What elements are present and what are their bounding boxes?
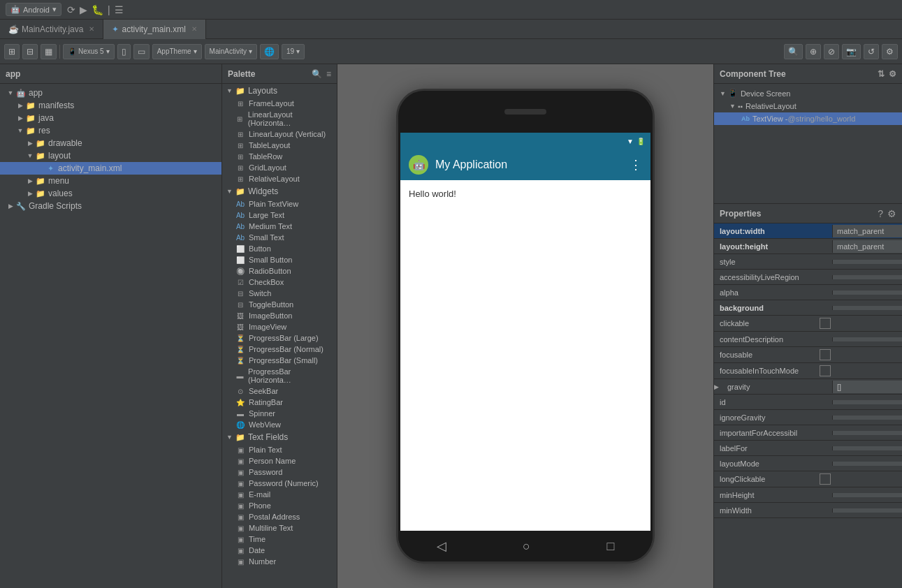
palette-item-imagebutton[interactable]: 🖼 ImageButton — [222, 310, 337, 321]
palette-item-ratingbar[interactable]: ⭐ RatingBar — [222, 397, 337, 408]
prop-row-layoutmode[interactable]: layoutMode — [714, 456, 902, 471]
tree-item-menu[interactable]: ▶ 📁 menu — [0, 175, 221, 187]
nexus-dropdown[interactable]: 📱 Nexus 5 ▾ — [63, 44, 115, 59]
settings-icon[interactable]: ⚙ — [882, 44, 898, 59]
ct-sort-icon[interactable]: ⇅ — [878, 69, 885, 79]
tree-item-layout[interactable]: ▼ 📁 layout — [0, 149, 221, 162]
prop-value-gravity[interactable]: [] — [832, 381, 902, 393]
palette-item-switch[interactable]: ⊟ Switch — [222, 288, 337, 299]
tab-activity-xml-close[interactable]: ✕ — [191, 25, 197, 33]
prop-row-importantaccessibility[interactable]: importantForAccessibil — [714, 425, 902, 441]
prop-checkbox-clickable[interactable] — [820, 318, 831, 329]
fit-icon-btn[interactable]: ⊟ — [22, 44, 38, 59]
palette-item-medium-text[interactable]: Ab Medium Text — [222, 221, 337, 232]
locale-icon[interactable]: 🌐 — [260, 44, 279, 59]
palette-item-linearlayout-h[interactable]: ⊞ LinearLayout (Horizonta… — [222, 109, 337, 128]
palette-item-time[interactable]: ▣ Time — [222, 534, 337, 545]
palette-item-email[interactable]: ▣ E-mail — [222, 489, 337, 500]
tree-item-res[interactable]: ▼ 📁 res — [0, 124, 221, 137]
palette-item-checkbox[interactable]: ☑ CheckBox — [222, 277, 337, 288]
prop-row-contentdesc[interactable]: contentDescription — [714, 332, 902, 347]
prop-row-focusable-touch[interactable]: focusableInTouchMode — [714, 363, 902, 379]
palette-item-togglebutton[interactable]: ⊟ ToggleButton — [222, 299, 337, 310]
prop-row-longclickable[interactable]: longClickable — [714, 471, 902, 487]
theme-dropdown[interactable]: AppTheme ▾ — [152, 44, 202, 59]
tree-item-activity-xml[interactable]: ✦ activity_main.xml — [0, 162, 221, 175]
prop-row-minwidth[interactable]: minWidth — [714, 503, 902, 518]
prop-row-alpha[interactable]: alpha — [714, 285, 902, 300]
tab-activity-xml[interactable]: ✦ activity_main.xml ✕ — [103, 20, 205, 39]
prop-value-id[interactable] — [832, 400, 902, 404]
tree-item-values[interactable]: ▶ 📁 values — [0, 187, 221, 200]
palette-item-tablelayout[interactable]: ⊞ TableLayout — [222, 140, 337, 151]
prop-value-background[interactable] — [832, 306, 902, 310]
prop-value-layout-height[interactable]: match_parent — [832, 240, 902, 253]
prop-value-minwidth[interactable] — [832, 508, 902, 513]
prop-row-focusable[interactable]: focusable — [714, 347, 902, 363]
tree-item-manifests[interactable]: ▶ 📁 manifests — [0, 99, 221, 112]
ct-item-device-screen[interactable]: ▼ 📱 Device Screen — [714, 87, 902, 100]
palette-section-layouts-header[interactable]: ▼ 📁 Layouts — [222, 84, 337, 98]
palette-section-textfields-header[interactable]: ▼ 📁 Text Fields — [222, 430, 337, 444]
zoom-actual-icon[interactable]: ⊕ — [806, 44, 821, 59]
palette-item-date[interactable]: ▣ Date — [222, 545, 337, 556]
prop-value-labelfor[interactable] — [832, 446, 902, 450]
palette-item-linearlayout-v[interactable]: ⊞ LinearLayout (Vertical) — [222, 128, 337, 140]
palette-item-progressbar-h[interactable]: ▬ ProgressBar (Horizonta… — [222, 366, 337, 385]
recents-btn[interactable]: □ — [606, 539, 614, 554]
props-settings-icon[interactable]: ⚙ — [887, 208, 896, 219]
prop-row-clickable[interactable]: clickable — [714, 316, 902, 332]
portrait-icon[interactable]: ▯ — [117, 44, 131, 59]
palette-item-spinner[interactable]: ▬ Spinner — [222, 408, 337, 419]
prop-value-minheight[interactable] — [832, 493, 902, 497]
palette-item-number[interactable]: ▣ Number — [222, 556, 337, 567]
zoom-out-icon[interactable]: 🔍 — [784, 44, 803, 59]
prop-value-alpha[interactable] — [832, 291, 902, 295]
android-dropdown[interactable]: 🤖 Android ▾ — [6, 3, 61, 16]
palette-item-gridlayout[interactable]: ⊞ GridLayout — [222, 162, 337, 173]
palette-item-small-text[interactable]: Ab Small Text — [222, 232, 337, 243]
tab-mainactivity[interactable]: ☕ MainActivity.java ✕ — [0, 20, 103, 39]
prop-row-background[interactable]: background — [714, 300, 902, 316]
prop-value-contentdesc[interactable] — [832, 337, 902, 341]
layout-icon-btn[interactable]: ▦ — [41, 44, 57, 59]
prop-value-layout-width[interactable]: match_parent — [832, 225, 902, 237]
api-dropdown[interactable]: 19 ▾ — [282, 44, 305, 59]
sync-icon[interactable]: ⟳ — [67, 4, 75, 15]
back-btn[interactable]: ◁ — [437, 538, 446, 554]
prop-row-ignoregravity[interactable]: ignoreGravity — [714, 410, 902, 425]
prop-checkbox-longclickable[interactable] — [820, 473, 831, 485]
prop-value-ignoregravity[interactable] — [832, 416, 902, 420]
palette-item-framelayout[interactable]: ⊞ FrameLayout — [222, 98, 337, 109]
ct-item-textview[interactable]: Ab TextView - @string/hello_world — [714, 112, 902, 125]
prop-row-id[interactable]: id — [714, 395, 902, 410]
palette-item-radiobutton[interactable]: 🔘 RadioButton — [222, 265, 337, 277]
palette-item-person-name[interactable]: ▣ Person Name — [222, 455, 337, 466]
prop-row-labelfor[interactable]: labelFor — [714, 441, 902, 456]
prop-row-layout-height[interactable]: layout:height match_parent — [714, 239, 902, 254]
palette-section-widgets-header[interactable]: ▼ 📁 Widgets — [222, 184, 337, 198]
prop-value-layoutmode[interactable] — [832, 462, 902, 466]
grid-icon-btn[interactable]: ⊞ — [4, 44, 20, 59]
screenshot-icon[interactable]: 📷 — [842, 44, 861, 59]
palette-item-plain-textview[interactable]: Ab Plain TextView — [222, 198, 337, 210]
tree-item-drawable[interactable]: ▶ 📁 drawable — [0, 137, 221, 149]
prop-checkbox-focusable[interactable] — [820, 349, 831, 360]
palette-item-large-text[interactable]: Ab Large Text — [222, 210, 337, 221]
palette-item-small-button[interactable]: ⬜ Small Button — [222, 254, 337, 265]
palette-item-postal[interactable]: ▣ Postal Address — [222, 511, 337, 522]
tab-mainactivity-close[interactable]: ✕ — [89, 25, 94, 33]
palette-item-webview[interactable]: 🌐 WebView — [222, 419, 337, 430]
palette-item-phone[interactable]: ▣ Phone — [222, 500, 337, 511]
palette-item-multiline[interactable]: ▣ Multiline Text — [222, 522, 337, 534]
refresh-icon[interactable]: ↺ — [864, 44, 879, 59]
palette-item-plain-text[interactable]: ▣ Plain Text — [222, 444, 337, 455]
palette-item-password-numeric[interactable]: ▣ Password (Numeric) — [222, 478, 337, 489]
build-icon[interactable]: ▶ — [80, 4, 87, 15]
prop-row-gravity[interactable]: ▶ gravity [] — [714, 379, 902, 395]
palette-item-button[interactable]: ⬜ Button — [222, 243, 337, 254]
tree-item-gradle[interactable]: ▶ 🔧 Gradle Scripts — [0, 200, 221, 212]
prop-row-style[interactable]: style — [714, 254, 902, 270]
palette-item-tablerow[interactable]: ⊞ TableRow — [222, 151, 337, 162]
tree-item-app[interactable]: ▼ 🤖 app — [0, 87, 221, 99]
